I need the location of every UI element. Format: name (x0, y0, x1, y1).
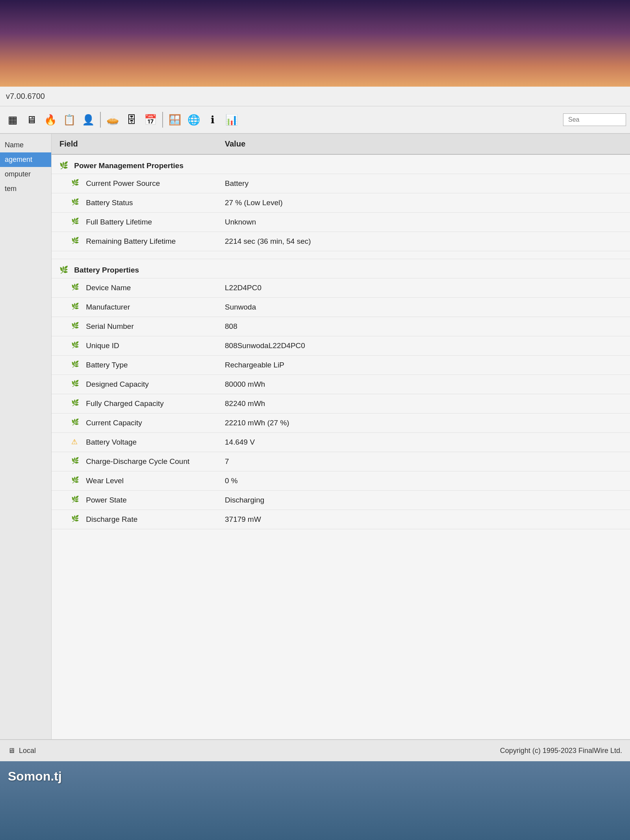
barcode-icon[interactable]: ▦ (4, 111, 21, 128)
search-input[interactable] (563, 113, 626, 126)
table-row[interactable]: 🌿 Remaining Battery Lifetime 2214 sec (3… (52, 232, 630, 251)
list-icon[interactable]: 📋 (61, 111, 78, 128)
field-label-cell: 🌿 Power State (52, 491, 217, 510)
leaf-icon: 🌿 (71, 515, 81, 524)
sidebar-item-name[interactable]: Name (0, 138, 51, 152)
window-icon[interactable]: 🪟 (166, 111, 183, 128)
leaf-icon: 🌿 (71, 217, 81, 227)
table-row[interactable]: 🌿 Unique ID 808SunwodaL22D4PC0 (52, 336, 630, 356)
taskbar: Somon.tj (0, 761, 630, 840)
toolbar: ▦ 🖥 🔥 📋 👤 🥧 🗄 📅 🪟 🌐 ℹ 📊 (0, 106, 630, 134)
field-name: Power State (86, 496, 127, 504)
table-row[interactable]: 🌿 Current Power Source Battery (52, 174, 630, 193)
section-icon: 🌿 (59, 161, 69, 171)
value-cell: 37179 mW (217, 510, 630, 529)
field-name: Manufacturer (86, 303, 130, 311)
field-name: Device Name (86, 284, 131, 292)
leaf-icon: 🌿 (71, 322, 81, 331)
flame-icon[interactable]: 🔥 (42, 111, 59, 128)
field-name: Battery Status (86, 198, 133, 207)
section-spacer (52, 251, 630, 259)
title-bar: v7.00.6700 (0, 87, 630, 106)
table-row[interactable]: 🌿 Battery Type Rechargeable LiP (52, 356, 630, 375)
field-name: Charge-Discharge Cycle Count (86, 457, 189, 465)
field-name: Discharge Rate (86, 515, 137, 523)
table-row[interactable]: 🌿 Current Capacity 22210 mWh (27 %) (52, 414, 630, 433)
leaf-icon: 🌿 (71, 302, 81, 312)
section-icon: 🌿 (59, 265, 69, 275)
leaf-icon: 🌿 (71, 341, 81, 350)
field-label-cell: 🌿 Serial Number (52, 317, 217, 336)
report-icon[interactable]: 📊 (223, 111, 240, 128)
field-name: Battery Type (86, 361, 128, 369)
leaf-icon: 🌿 (71, 360, 81, 370)
field-name: Serial Number (86, 322, 133, 330)
local-label: Local (19, 747, 36, 755)
leaf-icon: 🌿 (71, 476, 81, 486)
table-row[interactable]: 🌿 Full Battery Lifetime Unknown (52, 213, 630, 232)
table-row[interactable]: 🌿 Battery Status 27 % (Low Level) (52, 193, 630, 213)
info-icon[interactable]: ℹ (204, 111, 221, 128)
sidebar-item-management[interactable]: agement (0, 152, 51, 167)
sidebar-item-system[interactable]: tem (0, 182, 51, 196)
value-cell: 7 (217, 452, 630, 471)
value-cell: Unknown (217, 213, 630, 232)
table-row[interactable]: 🌿 Serial Number 808 (52, 317, 630, 336)
table-row[interactable]: 🌿 Designed Capacity 80000 mWh (52, 375, 630, 394)
table-row[interactable]: 🌿 Discharge Rate 37179 mW (52, 510, 630, 529)
field-name: Unique ID (86, 341, 119, 350)
field-label-cell: 🌿 Discharge Rate (52, 510, 217, 529)
field-label-cell: 🌿 Full Battery Lifetime (52, 213, 217, 232)
section-title: Battery Properties (74, 266, 139, 274)
field-label-cell: 🌿 Current Capacity (52, 414, 217, 433)
table-row[interactable]: 🌿 Charge-Discharge Cycle Count 7 (52, 452, 630, 471)
brand-label: Somon.tj (8, 769, 62, 784)
sidebar-item-computer[interactable]: omputer (0, 167, 51, 182)
field-label-cell: 🌿 Current Power Source (52, 174, 217, 193)
local-icon: 🖥 (8, 747, 15, 755)
table-row[interactable]: 🌿 Wear Level 0 % (52, 471, 630, 491)
value-cell: Battery (217, 174, 630, 193)
leaf-icon: 🌿 (71, 283, 81, 293)
field-label-cell: 🌿 Charge-Discharge Cycle Count (52, 452, 217, 471)
field-name: Remaining Battery Lifetime (86, 237, 176, 245)
value-cell: 80000 mWh (217, 375, 630, 394)
field-label-cell: 🌿 Battery Type (52, 356, 217, 375)
sidebar: Name agement omputer tem (0, 134, 51, 761)
field-label-cell: ⚠ Battery Voltage (52, 433, 217, 452)
field-name: Fully Charged Capacity (86, 399, 163, 408)
value-column-header: Value (217, 134, 630, 154)
value-cell: 808 (217, 317, 630, 336)
table-row[interactable]: 🌿 Manufacturer Sunwoda (52, 298, 630, 317)
pie-chart-icon[interactable]: 🥧 (104, 111, 121, 128)
warning-icon: ⚠ (71, 438, 81, 447)
value-cell: 22210 mWh (27 %) (217, 414, 630, 433)
value-cell: 14.649 V (217, 433, 630, 452)
app-version: v7.00.6700 (6, 92, 45, 101)
leaf-icon: 🌿 (71, 495, 81, 505)
field-column-header: Field (52, 134, 217, 154)
monitor-icon[interactable]: 🖥 (23, 111, 40, 128)
field-name: Wear Level (86, 477, 124, 485)
field-name: Full Battery Lifetime (86, 218, 152, 226)
table-row[interactable]: ⚠ Battery Voltage 14.649 V (52, 433, 630, 452)
field-label-cell: 🌿 Wear Level (52, 471, 217, 491)
field-name: Battery Voltage (86, 438, 137, 446)
section-header-1: 🌿 Battery Properties (52, 259, 630, 278)
network-icon[interactable]: 🌐 (185, 111, 202, 128)
field-label-cell: 🌿 Battery Status (52, 193, 217, 213)
leaf-icon: 🌿 (71, 399, 81, 408)
table-row[interactable]: 🌿 Power State Discharging (52, 491, 630, 510)
field-label-cell: 🌿 Designed Capacity (52, 375, 217, 394)
calendar-icon[interactable]: 📅 (142, 111, 159, 128)
user-icon[interactable]: 👤 (80, 111, 97, 128)
database-icon[interactable]: 🗄 (123, 111, 140, 128)
value-cell: Sunwoda (217, 298, 630, 317)
value-cell: Discharging (217, 491, 630, 510)
value-cell: L22D4PC0 (217, 278, 630, 298)
value-cell: 2214 sec (36 min, 54 sec) (217, 232, 630, 251)
table-row[interactable]: 🌿 Device Name L22D4PC0 (52, 278, 630, 298)
status-bar: 🖥 Local Copyright (c) 1995-2023 FinalWir… (0, 739, 630, 761)
table-row[interactable]: 🌿 Fully Charged Capacity 82240 mWh (52, 394, 630, 414)
field-label-cell: 🌿 Remaining Battery Lifetime (52, 232, 217, 251)
